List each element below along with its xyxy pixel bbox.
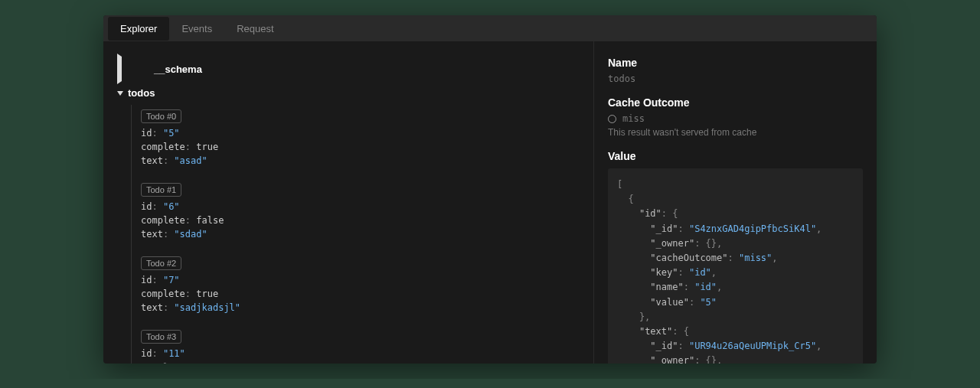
value-json-box: [ { "id": { "_id": "S4znxGAD4gipPfbcSiK4… — [608, 168, 863, 364]
tab-bar: Explorer Events Request — [103, 15, 877, 41]
section-title-name: Name — [608, 57, 863, 69]
cache-outcome-value: miss — [622, 113, 645, 124]
tree-node-todos[interactable]: todos — [117, 86, 580, 100]
caret-down-icon — [117, 91, 123, 96]
todo-field-row: id: "6" — [141, 200, 580, 214]
caret-right-icon — [117, 54, 149, 84]
details-panel: Name todos Cache Outcome miss This resul… — [593, 41, 877, 364]
todo-field-row: complete: true — [141, 360, 580, 364]
section-title-value: Value — [608, 150, 863, 162]
explorer-tree-panel: __schema todos Todo #0id: "5"complete: t… — [103, 41, 593, 364]
todo-field-row: complete: true — [141, 287, 580, 301]
todo-header[interactable]: Todo #1 — [141, 183, 181, 197]
tree-label-todos: todos — [128, 87, 155, 99]
todo-field-row: text: "sdad" — [141, 227, 580, 241]
todo-header[interactable]: Todo #0 — [141, 109, 181, 123]
todos-children: Todo #0id: "5"complete: truetext: "asad"… — [131, 105, 580, 364]
devtools-window: Explorer Events Request __schema todos T… — [103, 15, 877, 364]
todo-header[interactable]: Todo #2 — [141, 256, 181, 270]
todo-field-row: id: "7" — [141, 273, 580, 287]
cache-outcome-row: miss — [608, 113, 863, 124]
todo-header[interactable]: Todo #3 — [141, 330, 181, 344]
main-content: __schema todos Todo #0id: "5"complete: t… — [103, 41, 877, 364]
tab-request[interactable]: Request — [224, 17, 286, 41]
section-title-cache: Cache Outcome — [608, 96, 863, 109]
todo-field-row: text: "sadjkadsjl" — [141, 301, 580, 315]
name-value: todos — [608, 73, 863, 84]
todo-field-row: id: "11" — [141, 347, 580, 360]
tree-node-schema[interactable]: __schema — [117, 52, 580, 86]
cache-outcome-description: This result wasn't served from cache — [608, 127, 863, 138]
tab-explorer[interactable]: Explorer — [108, 17, 169, 41]
todo-field-row: complete: true — [141, 140, 580, 154]
todo-field-row: id: "5" — [141, 126, 580, 140]
circle-icon — [608, 115, 616, 123]
tab-events[interactable]: Events — [169, 17, 224, 41]
tree-label-schema: __schema — [154, 64, 202, 75]
todo-field-row: complete: false — [141, 214, 580, 227]
todo-field-row: text: "asad" — [141, 154, 580, 168]
